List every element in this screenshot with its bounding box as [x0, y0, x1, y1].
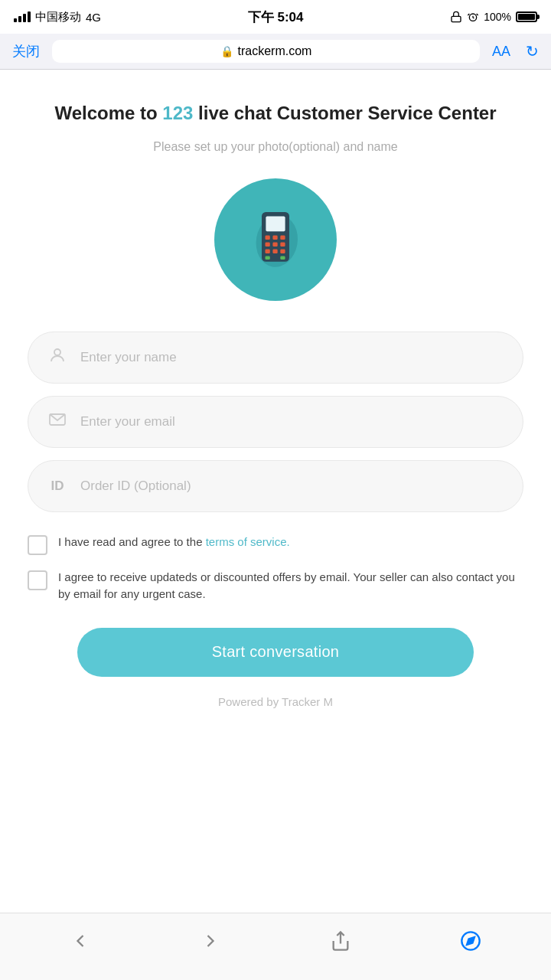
- id-label: ID: [47, 479, 68, 494]
- welcome-title: Welcome to 123 live chat Customer Servic…: [54, 100, 496, 126]
- terms-checkbox[interactable]: [28, 535, 47, 555]
- browser-chrome: 关闭 🔒 trackerm.com AA ↻: [0, 34, 551, 70]
- address-bar[interactable]: 🔒 trackerm.com: [52, 40, 480, 63]
- svg-rect-4: [266, 216, 285, 231]
- battery-label: 100%: [484, 11, 511, 23]
- url-label: trackerm.com: [238, 44, 312, 58]
- avatar-upload[interactable]: [214, 178, 337, 301]
- svg-rect-15: [280, 256, 285, 260]
- back-button[interactable]: [57, 924, 103, 958]
- battery-icon: [516, 11, 537, 22]
- svg-rect-6: [272, 235, 277, 239]
- text-size-button[interactable]: AA: [492, 44, 510, 60]
- user-icon: [47, 346, 68, 369]
- signal-icon: [14, 11, 31, 22]
- email-icon: [47, 410, 68, 433]
- svg-rect-13: [280, 249, 285, 253]
- svg-rect-8: [266, 242, 270, 246]
- svg-rect-5: [266, 235, 270, 239]
- share-button[interactable]: [318, 924, 364, 958]
- carrier-label: 中国移动: [35, 10, 81, 24]
- name-input[interactable]: [80, 350, 504, 365]
- email-field-wrapper: [28, 396, 523, 448]
- svg-rect-0: [452, 16, 461, 21]
- powered-by-label: Powered by Tracker M: [218, 695, 333, 708]
- svg-point-16: [54, 349, 60, 355]
- main-content: Welcome to 123 live chat Customer Servic…: [0, 70, 551, 913]
- terms-label: I have read and agree to the terms of se…: [58, 534, 290, 551]
- time-label: 下午 5:04: [248, 8, 304, 26]
- svg-rect-12: [272, 249, 277, 253]
- email-input[interactable]: [80, 414, 504, 430]
- refresh-button[interactable]: ↻: [526, 42, 539, 60]
- marketing-label: I agree to receive updateds or discounte…: [58, 569, 523, 603]
- orderid-field-wrapper: ID: [28, 460, 523, 512]
- svg-rect-14: [266, 256, 270, 260]
- browser-actions: AA ↻: [492, 42, 539, 60]
- subtitle: Please set up your photo(optional) and n…: [153, 140, 397, 154]
- svg-marker-20: [467, 937, 474, 945]
- terms-link[interactable]: terms of service.: [206, 535, 290, 548]
- start-conversation-button[interactable]: Start conversation: [77, 628, 474, 677]
- svg-rect-11: [266, 249, 270, 253]
- compass-button[interactable]: [448, 924, 494, 958]
- marketing-row: I agree to receive updateds or discounte…: [28, 569, 523, 603]
- status-bar: 中国移动 4G 下午 5:04 100%: [0, 0, 551, 34]
- svg-rect-7: [280, 235, 285, 239]
- svg-rect-10: [280, 242, 285, 246]
- checkbox-group: I have read and agree to the terms of se…: [28, 534, 523, 603]
- lock-icon: 🔒: [220, 45, 233, 57]
- close-button[interactable]: 关闭: [12, 42, 40, 60]
- alarm-icon: [467, 11, 479, 23]
- forward-button[interactable]: [187, 924, 233, 958]
- phone-icon: [241, 205, 310, 274]
- name-field-wrapper: [28, 332, 523, 384]
- marketing-checkbox[interactable]: [28, 570, 47, 590]
- bottom-nav: [0, 913, 551, 980]
- orderid-input[interactable]: [80, 479, 504, 494]
- status-right: 100%: [450, 11, 537, 23]
- network-label: 4G: [86, 11, 101, 24]
- lock-status-icon: [450, 11, 462, 23]
- svg-rect-9: [272, 242, 277, 246]
- terms-row: I have read and agree to the terms of se…: [28, 534, 523, 555]
- status-left: 中国移动 4G: [14, 10, 101, 24]
- input-group: ID: [28, 332, 523, 512]
